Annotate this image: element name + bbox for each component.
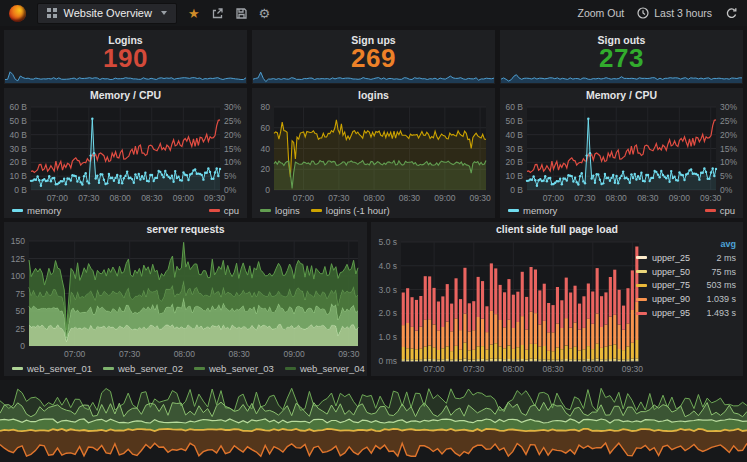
svg-text:08:30: 08:30	[637, 193, 659, 203]
svg-text:08:00: 08:00	[174, 349, 196, 359]
legend-avg-header[interactable]: avg	[636, 239, 736, 251]
legend-item[interactable]: web_server_04	[285, 363, 365, 374]
stat-value: 273	[500, 43, 743, 74]
svg-text:30%: 30%	[720, 102, 737, 112]
svg-text:08:00: 08:00	[110, 193, 132, 203]
clock-icon	[637, 7, 649, 19]
svg-text:0: 0	[20, 341, 25, 351]
panel-logins-stat: Logins 190	[4, 30, 247, 84]
svg-text:5%: 5%	[720, 171, 733, 181]
svg-text:3.0 s: 3.0 s	[379, 285, 397, 295]
nav-right-group: Zoom Out Last 3 hours	[578, 7, 738, 20]
svg-text:15%: 15%	[224, 144, 241, 154]
legend-item[interactable]: upper_252 ms	[636, 251, 736, 265]
legend-item[interactable]: web_server_01	[12, 363, 92, 374]
svg-text:08:00: 08:00	[606, 193, 628, 203]
memory-cpu-chart[interactable]: 60 B30%50 B25%40 B20%30 B15%20 B10%10 B5…	[500, 102, 743, 203]
time-picker[interactable]: Last 3 hours	[637, 7, 712, 19]
star-icon[interactable]: ★	[188, 7, 200, 20]
svg-text:07:00: 07:00	[293, 193, 315, 203]
svg-text:10 B: 10 B	[506, 171, 524, 181]
legend-item[interactable]: memory	[12, 205, 61, 216]
legend-item[interactable]: upper_951.493 s	[636, 306, 736, 320]
svg-text:07:30: 07:30	[119, 349, 141, 359]
share-icon[interactable]	[211, 7, 224, 20]
svg-text:4.0 s: 4.0 s	[379, 261, 397, 271]
svg-text:150: 150	[11, 236, 25, 246]
panel-client-page-load: client side full page load 5.0 s4.0 s3.0…	[371, 222, 743, 376]
svg-text:08:30: 08:30	[399, 193, 421, 203]
chart-legend: web_server_01web_server_02web_server_03w…	[12, 361, 359, 375]
memory-cpu-chart[interactable]: 60 B30%50 B25%40 B20%30 B15%20 B10%10 B5…	[4, 102, 247, 203]
time-range-label: Last 3 hours	[654, 7, 712, 19]
svg-text:40 B: 40 B	[10, 130, 28, 140]
legend-item[interactable]: upper_75503 ms	[636, 279, 736, 293]
svg-text:0%: 0%	[224, 185, 237, 195]
server-requests-chart[interactable]: 150125100755025007:0007:3008:0008:3009:0…	[4, 236, 367, 359]
chart-legend: memorycpu	[12, 203, 239, 217]
dashboard-grid-icon	[47, 8, 57, 18]
svg-text:20 B: 20 B	[506, 157, 524, 167]
chevron-down-icon	[161, 11, 167, 15]
svg-text:125: 125	[11, 254, 25, 264]
top-nav-bar: Website Overview ★ ⚙ Zoom Out Last 3 hou…	[0, 0, 747, 26]
svg-text:09:00: 09:00	[173, 193, 195, 203]
svg-text:80: 80	[261, 102, 271, 112]
panel-title[interactable]: Memory / CPU	[500, 88, 743, 102]
svg-text:0 B: 0 B	[510, 185, 523, 195]
svg-text:09:30: 09:30	[469, 193, 491, 203]
refresh-icon[interactable]	[725, 7, 738, 20]
panel-title[interactable]: Memory / CPU	[4, 88, 247, 102]
svg-text:07:30: 07:30	[574, 193, 596, 203]
svg-text:15%: 15%	[720, 144, 737, 154]
grafana-logo-icon[interactable]	[9, 5, 26, 22]
legend-item[interactable]: upper_901.039 s	[636, 292, 736, 306]
legend-item[interactable]: logins	[260, 205, 300, 216]
svg-text:30%: 30%	[224, 102, 241, 112]
svg-text:40 B: 40 B	[506, 130, 524, 140]
svg-text:30 B: 30 B	[506, 144, 524, 154]
svg-text:25%: 25%	[720, 116, 737, 126]
gear-icon[interactable]: ⚙	[259, 7, 271, 20]
svg-text:08:30: 08:30	[141, 193, 163, 203]
svg-text:25%: 25%	[224, 116, 241, 126]
legend-item[interactable]: memory	[508, 205, 557, 216]
svg-text:08:00: 08:00	[363, 193, 385, 203]
svg-text:07:30: 07:30	[328, 193, 350, 203]
svg-text:5.0 s: 5.0 s	[379, 237, 397, 247]
legend-item[interactable]: web_server_02	[103, 363, 183, 374]
svg-text:0 B: 0 B	[14, 185, 27, 195]
svg-text:0 ms: 0 ms	[379, 356, 397, 366]
panel-memory-cpu-right: Memory / CPU 60 B30%50 B25%40 B20%30 B15…	[500, 88, 743, 218]
svg-text:100: 100	[11, 271, 25, 281]
logins-chart[interactable]: 80604020007:0007:3008:0008:3009:0009:30	[252, 102, 495, 203]
svg-text:5%: 5%	[224, 171, 237, 181]
panel-bottom-overview	[0, 380, 747, 462]
svg-text:07:00: 07:00	[47, 193, 69, 203]
bottom-overview-chart[interactable]	[0, 380, 747, 462]
panel-title[interactable]: server requests	[4, 222, 367, 236]
svg-text:09:00: 09:00	[434, 193, 456, 203]
zoom-out-button[interactable]: Zoom Out	[578, 7, 625, 19]
svg-text:08:30: 08:30	[542, 364, 564, 374]
legend-item[interactable]: upper_5075 ms	[636, 265, 736, 279]
dashboard-selector[interactable]: Website Overview	[37, 3, 177, 24]
legend-item[interactable]: cpu	[209, 205, 239, 216]
legend-item[interactable]: web_server_03	[194, 363, 274, 374]
svg-text:0%: 0%	[720, 185, 733, 195]
svg-text:25: 25	[16, 324, 26, 334]
legend-item[interactable]: cpu	[705, 205, 735, 216]
panel-title[interactable]: client side full page load	[371, 222, 743, 236]
svg-text:40: 40	[261, 144, 271, 154]
svg-text:08:00: 08:00	[503, 364, 525, 374]
panel-signouts-stat: Sign outs 273	[500, 30, 743, 84]
save-icon[interactable]	[235, 7, 248, 20]
legend-item[interactable]: logins (-1 hour)	[311, 205, 390, 216]
panel-title[interactable]: logins	[252, 88, 495, 102]
panel-signups-stat: Sign ups 269	[252, 30, 495, 84]
dashboard-title: Website Overview	[64, 7, 152, 19]
svg-text:20 B: 20 B	[10, 157, 28, 167]
svg-text:09:30: 09:30	[622, 364, 644, 374]
svg-text:07:30: 07:30	[463, 364, 485, 374]
svg-text:09:00: 09:00	[582, 364, 604, 374]
